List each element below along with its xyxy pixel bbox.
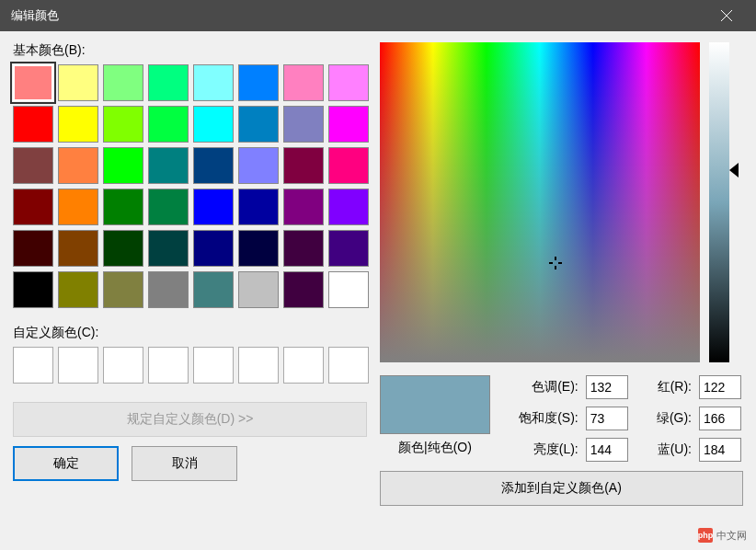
saturation-overlay (380, 42, 700, 362)
basic-colors-label: 基本颜色(B): (13, 42, 367, 59)
basic-color-swatch[interactable] (328, 189, 369, 225)
basic-color-swatch[interactable] (283, 106, 324, 143)
lum-label: 亮度(L): (499, 441, 578, 458)
custom-color-swatch[interactable] (148, 347, 189, 384)
basic-color-swatch[interactable] (13, 230, 53, 267)
basic-color-swatch[interactable] (13, 271, 53, 308)
custom-color-swatch[interactable] (58, 347, 98, 384)
basic-color-swatch[interactable] (328, 230, 369, 267)
basic-color-swatch[interactable] (148, 189, 189, 225)
basic-color-swatch[interactable] (58, 147, 98, 184)
basic-color-swatch[interactable] (103, 271, 143, 308)
basic-color-swatch[interactable] (193, 189, 234, 225)
custom-color-swatch[interactable] (328, 347, 369, 384)
basic-color-swatch[interactable] (103, 230, 143, 267)
red-input[interactable] (699, 375, 741, 399)
basic-color-swatch[interactable] (193, 106, 234, 143)
basic-color-swatch[interactable] (283, 230, 324, 267)
basic-color-swatch[interactable] (238, 230, 279, 267)
php-icon: php (698, 528, 713, 543)
sat-input[interactable] (586, 407, 628, 430)
basic-color-swatch[interactable] (283, 64, 324, 101)
green-label: 绿(G): (637, 410, 692, 427)
basic-color-swatch[interactable] (283, 147, 324, 184)
basic-color-swatch[interactable] (58, 271, 98, 308)
add-custom-button[interactable]: 添加到自定义颜色(A) (380, 471, 743, 506)
basic-color-swatch[interactable] (238, 189, 279, 225)
basic-color-swatch[interactable] (148, 147, 189, 184)
basic-color-swatch[interactable] (103, 106, 143, 143)
hue-input[interactable] (586, 375, 628, 399)
color-solid-label: 颜色|纯色(O) (380, 440, 490, 456)
custom-color-swatch[interactable] (193, 347, 234, 384)
window-title: 编辑颜色 (11, 7, 708, 24)
luminance-slider[interactable] (709, 42, 729, 362)
basic-color-swatch[interactable] (238, 271, 279, 308)
basic-color-swatch[interactable] (103, 64, 143, 101)
basic-color-swatch[interactable] (13, 64, 53, 101)
red-label: 红(R): (637, 379, 692, 395)
basic-color-swatch[interactable] (328, 106, 369, 143)
basic-color-swatch[interactable] (283, 271, 324, 308)
lum-input[interactable] (586, 438, 628, 462)
basic-color-swatch[interactable] (148, 271, 189, 308)
basic-color-swatch[interactable] (328, 64, 369, 101)
basic-color-swatch[interactable] (13, 147, 53, 184)
custom-color-swatch[interactable] (103, 347, 143, 384)
define-custom-button: 规定自定义颜色(D) >> (13, 402, 367, 437)
blue-label: 蓝(U): (637, 441, 692, 458)
watermark-logo: php 中文网 (698, 528, 747, 543)
basic-color-swatch[interactable] (58, 230, 98, 267)
basic-color-swatch[interactable] (13, 106, 53, 143)
basic-color-swatch[interactable] (148, 106, 189, 143)
close-icon (721, 10, 732, 21)
cancel-button[interactable]: 取消 (132, 446, 237, 481)
custom-color-swatch[interactable] (238, 347, 279, 384)
basic-colors-grid (13, 64, 367, 308)
luminance-indicator-icon (729, 163, 739, 178)
basic-color-swatch[interactable] (103, 147, 143, 184)
green-input[interactable] (699, 407, 741, 430)
ok-button[interactable]: 确定 (13, 446, 119, 481)
basic-color-swatch[interactable] (58, 64, 98, 101)
hue-label: 色调(E): (499, 379, 578, 395)
basic-color-swatch[interactable] (283, 189, 324, 225)
custom-color-swatch[interactable] (283, 347, 324, 384)
close-button[interactable] (708, 0, 745, 31)
basic-color-swatch[interactable] (328, 271, 369, 308)
color-field[interactable] (380, 42, 700, 362)
sat-label: 饱和度(S): (499, 410, 578, 427)
title-bar: 编辑颜色 (0, 0, 756, 31)
basic-color-swatch[interactable] (238, 106, 279, 143)
custom-color-swatch[interactable] (13, 347, 53, 384)
basic-color-swatch[interactable] (58, 106, 98, 143)
watermark-text: 中文网 (716, 529, 747, 543)
basic-color-swatch[interactable] (148, 230, 189, 267)
basic-color-swatch[interactable] (238, 64, 279, 101)
basic-color-swatch[interactable] (238, 147, 279, 184)
basic-color-swatch[interactable] (148, 64, 189, 101)
basic-color-swatch[interactable] (103, 189, 143, 225)
basic-color-swatch[interactable] (193, 271, 234, 308)
basic-color-swatch[interactable] (193, 64, 234, 101)
custom-colors-grid (13, 347, 367, 384)
basic-color-swatch[interactable] (193, 230, 234, 267)
basic-color-swatch[interactable] (328, 147, 369, 184)
blue-input[interactable] (699, 438, 741, 462)
basic-color-swatch[interactable] (13, 189, 53, 225)
custom-colors-label: 自定义颜色(C): (13, 325, 367, 341)
basic-color-swatch[interactable] (193, 147, 234, 184)
basic-color-swatch[interactable] (58, 189, 98, 225)
color-preview (380, 375, 490, 434)
